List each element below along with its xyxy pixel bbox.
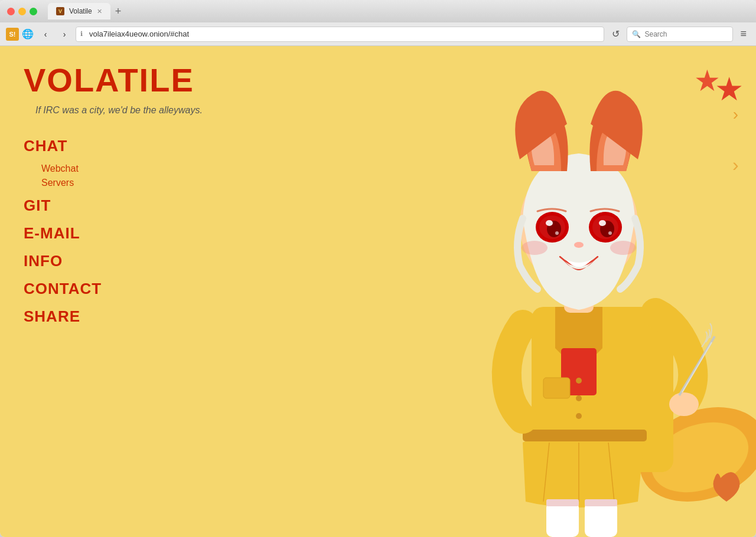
title-bar: V Volatile ✕ +	[0, 0, 756, 22]
svg-point-12	[669, 392, 699, 416]
forward-button[interactable]: ›	[57, 27, 72, 42]
site-title: VOLATILE	[24, 64, 272, 97]
svg-point-23	[546, 220, 553, 226]
reload-button[interactable]: ↺	[608, 27, 623, 42]
svg-point-11	[576, 413, 582, 419]
nav-item-chat[interactable]: CHAT	[24, 132, 272, 160]
close-button[interactable]	[7, 8, 15, 15]
nav-item-git[interactable]: GIT	[24, 192, 272, 220]
svg-rect-31	[585, 502, 617, 537]
svg-point-10	[576, 395, 582, 401]
search-container: 🔍	[627, 27, 733, 42]
svg-point-27	[574, 242, 584, 248]
page-content: VOLATILE If IRC was a city, we'd be the …	[0, 46, 756, 537]
extension-globe-icon[interactable]: 🌐	[21, 28, 34, 41]
tagline: If IRC was a city, we'd be the alleyways…	[35, 105, 272, 116]
svg-point-28	[522, 241, 548, 255]
minimize-button[interactable]	[18, 8, 26, 15]
search-icon: 🔍	[632, 30, 641, 38]
menu-button[interactable]: ≡	[737, 28, 750, 40]
svg-text:★: ★	[715, 71, 744, 107]
url-input[interactable]	[76, 27, 604, 42]
nav-item-contact[interactable]: CONTACT	[24, 275, 272, 303]
url-container: ℹ	[76, 27, 604, 42]
nav-chat-subitems: Webchat Servers	[41, 162, 272, 189]
nav-item-info[interactable]: INFO	[24, 247, 272, 275]
tab-close-icon[interactable]: ✕	[97, 8, 102, 15]
search-input[interactable]	[644, 30, 721, 38]
svg-point-26	[608, 231, 612, 235]
svg-rect-33	[585, 499, 617, 506]
svg-point-24	[599, 220, 606, 226]
character-illustration: ★ ›	[372, 53, 756, 537]
svg-point-9	[576, 378, 582, 384]
svg-rect-8	[523, 430, 647, 441]
svg-rect-30	[546, 502, 579, 537]
browser-window: V Volatile ✕ + S! 🌐 ‹ › ℹ ↺ 🔍 ≡ VO	[0, 0, 756, 537]
nav-subitem-webchat[interactable]: Webchat	[41, 162, 272, 175]
traffic-lights	[7, 8, 37, 15]
page-left: VOLATILE If IRC was a city, we'd be the …	[0, 46, 295, 348]
lock-icon: ℹ	[80, 30, 83, 38]
svg-point-29	[610, 241, 636, 255]
tab-bar: V Volatile ✕ +	[48, 3, 749, 19]
active-tab[interactable]: V Volatile ✕	[48, 3, 110, 19]
nav-subitem-servers[interactable]: Servers	[41, 176, 272, 189]
svg-point-25	[555, 231, 559, 235]
extension-icons: S! 🌐	[6, 28, 34, 41]
address-bar: S! 🌐 ‹ › ℹ ↺ 🔍 ≡	[0, 22, 756, 46]
nav-menu: CHAT Webchat Servers GIT E-MAIL INFO CON…	[24, 132, 272, 330]
nav-item-email[interactable]: E-MAIL	[24, 220, 272, 247]
nav-item-share[interactable]: SHARE	[24, 303, 272, 330]
extension-s-icon[interactable]: S!	[6, 28, 19, 41]
maximize-button[interactable]	[30, 8, 37, 15]
svg-rect-32	[546, 499, 579, 506]
tab-title: Volatile	[69, 7, 92, 15]
new-tab-button[interactable]: +	[110, 5, 126, 18]
svg-text:›: ›	[732, 154, 739, 175]
back-button[interactable]: ‹	[38, 27, 53, 42]
svg-rect-7	[543, 378, 570, 398]
tab-favicon: V	[56, 7, 64, 15]
